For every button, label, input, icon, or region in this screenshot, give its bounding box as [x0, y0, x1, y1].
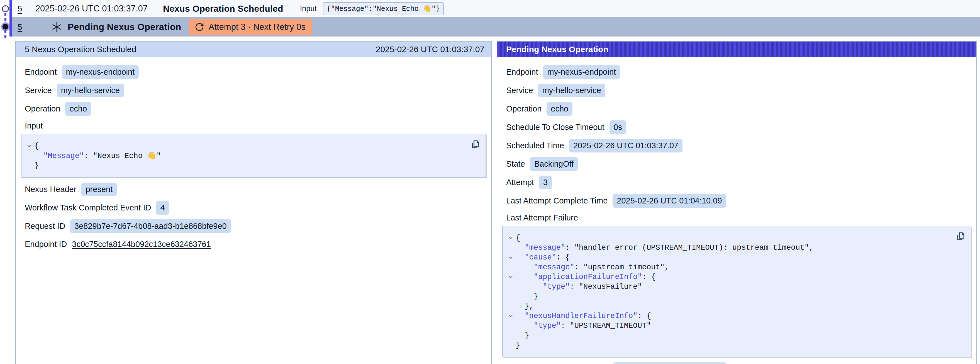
- field-value-badge: 2025-02-26 UTC 01:03:37.07: [569, 139, 682, 152]
- field-label: Endpoint: [25, 67, 57, 77]
- json-line: }: [506, 340, 954, 350]
- json-line: "message": "upstream timeout",: [506, 262, 954, 272]
- panel-header-pending: Pending Nexus Operation: [497, 42, 976, 57]
- panel-timestamp: 2025-02-26 UTC 01:03:37.07: [376, 45, 484, 54]
- panel-body: Endpoint my-nexus-endpoint Service my-he…: [16, 57, 491, 261]
- endpoint-id-link[interactable]: 3c0c75ccfa8144b092c13ce632463761: [72, 240, 211, 249]
- json-collapse-gutter: [506, 274, 515, 280]
- field-label: Service: [506, 86, 533, 95]
- retry-icon: [195, 22, 204, 32]
- field-next-attempt-schedule-time: Next Attempt Schedule Time 2025-02-26 UT…: [506, 362, 968, 364]
- panel-title: 5 Nexus Operation Scheduled: [25, 45, 136, 54]
- json-line: {: [24, 141, 469, 151]
- pending-asterisk-icon: [51, 21, 63, 33]
- input-label: Input: [300, 5, 317, 13]
- field-operation: Operation echo: [25, 102, 483, 116]
- chevron-down-icon[interactable]: [508, 254, 514, 260]
- field-endpoint: Endpoint my-nexus-endpoint: [25, 65, 483, 79]
- chevron-down-icon[interactable]: [508, 313, 514, 319]
- json-line: "Message": "Nexus Echo 👋": [24, 151, 469, 161]
- field-value-badge: my-hello-service: [538, 84, 605, 97]
- field-label: Schedule To Close Timeout: [506, 123, 605, 132]
- field-label: Scheduled Time: [506, 141, 564, 150]
- event-id-link[interactable]: 5: [18, 22, 22, 32]
- event-timestamp: 2025-02-26 UTC 01:03:37.07: [35, 4, 148, 14]
- json-code-text: }: [515, 292, 538, 301]
- input-json-viewer: { "Message": "Nexus Echo 👋"}: [21, 134, 486, 177]
- copy-icon: [956, 231, 966, 242]
- field-value-badge: 4: [156, 201, 169, 215]
- event-detail-panel-pending: Pending Nexus Operation Endpoint my-nexu…: [497, 41, 977, 364]
- chevron-down-icon[interactable]: [508, 235, 514, 241]
- json-line: "cause": {: [506, 252, 954, 262]
- event-row-nexus-operation-scheduled[interactable]: 5 2025-02-26 UTC 01:03:37.07 Nexus Opera…: [12, 0, 980, 17]
- retry-attempt-badge: Attempt 3 · Next Retry 0s: [189, 19, 312, 35]
- json-line: "type": "NexusFailure": [506, 282, 954, 292]
- field-service: Service my-hello-service: [25, 84, 483, 97]
- json-content: { "Message": "Nexus Echo 👋"}: [24, 141, 469, 170]
- json-line: "nexusHandlerFailureInfo": {: [506, 311, 954, 321]
- json-code-text: "message": "handler error (UPSTREAM_TIME…: [515, 244, 813, 252]
- retry-badge-label: Attempt 3 · Next Retry 0s: [208, 22, 305, 32]
- field-label: Last Attempt Complete Time: [506, 196, 608, 205]
- field-value-badge: 0s: [609, 120, 627, 134]
- json-line: "message": "handler error (UPSTREAM_TIME…: [506, 243, 954, 252]
- json-code-text: {: [34, 142, 39, 150]
- chevron-down-icon[interactable]: [508, 274, 514, 280]
- json-code-text: "type": "NexusFailure": [515, 283, 642, 291]
- field-scheduled-time: Scheduled Time 2025-02-26 UTC 01:03:37.0…: [506, 139, 968, 152]
- field-endpoint: Endpoint my-nexus-endpoint: [506, 65, 968, 79]
- chevron-down-icon[interactable]: [26, 143, 32, 149]
- field-label: Endpoint: [506, 67, 538, 77]
- json-code-text: "message": "upstream timeout",: [515, 263, 669, 271]
- field-value-badge: 2025-02-26 UTC 01:04:13.93: [613, 362, 727, 364]
- event-marker-filled-icon: [3, 24, 8, 30]
- failure-section-label: Last Attempt Failure: [506, 213, 968, 222]
- field-state: State BackingOff: [506, 157, 968, 171]
- json-code-text: {: [515, 234, 520, 242]
- input-section-label: Input: [25, 121, 483, 131]
- field-value-badge: 2025-02-26 UTC 01:04:10.09: [612, 194, 726, 208]
- field-workflow-task-completed-event-id: Workflow Task Completed Event ID 4: [25, 201, 483, 215]
- timeline-dashed-connector: [5, 30, 6, 40]
- field-label: Endpoint ID: [25, 240, 67, 249]
- event-id-link[interactable]: 5: [18, 4, 22, 13]
- json-line: "applicationFailureInfo": {: [506, 272, 954, 282]
- json-code-text: "Message": "Nexus Echo 👋": [34, 151, 161, 160]
- panel-title: Pending Nexus Operation: [506, 45, 608, 54]
- field-value-badge: my-hello-service: [57, 84, 124, 97]
- json-code-text: }: [515, 341, 520, 350]
- field-value-badge: my-nexus-endpoint: [62, 65, 139, 79]
- field-label: State: [506, 160, 525, 169]
- field-nexus-header: Nexus Header present: [25, 182, 483, 196]
- event-title: Nexus Operation Scheduled: [163, 4, 283, 14]
- event-detail-panel-scheduled: 5 Nexus Operation Scheduled 2025-02-26 U…: [15, 41, 492, 364]
- field-value-badge: echo: [65, 102, 91, 116]
- timeline-dashed-connector: [5, 13, 6, 23]
- json-line: }: [506, 330, 954, 340]
- event-marker-open-icon: [2, 5, 9, 12]
- json-collapse-gutter: [24, 143, 34, 149]
- panel-body: Endpoint my-nexus-endpoint Service my-he…: [497, 57, 976, 364]
- field-service: Service my-hello-service: [506, 84, 968, 97]
- field-label: Operation: [506, 104, 541, 113]
- failure-json-viewer: { "message": "handler error (UPSTREAM_TI…: [502, 226, 971, 357]
- panel-header-scheduled: 5 Nexus Operation Scheduled 2025-02-26 U…: [16, 42, 491, 57]
- field-endpoint-id: Endpoint ID 3c0c75ccfa8144b092c13ce63246…: [25, 238, 483, 251]
- json-line: {: [506, 233, 954, 243]
- copy-button[interactable]: [955, 231, 966, 243]
- copy-icon: [471, 140, 480, 150]
- json-content: { "message": "handler error (UPSTREAM_TI…: [506, 233, 954, 350]
- json-code-text: "nexusHandlerFailureInfo": {: [515, 312, 651, 320]
- json-code-text: "type": "UPSTREAM_TIMEOUT": [515, 322, 651, 330]
- event-row-pending-nexus-operation[interactable]: 5 Pending Nexus Operation Attempt 3 · Ne…: [12, 17, 980, 37]
- json-collapse-gutter: [506, 235, 515, 241]
- json-line: },: [506, 301, 954, 311]
- field-label: Service: [25, 86, 52, 95]
- field-label: Request ID: [25, 222, 65, 231]
- json-collapse-gutter: [506, 254, 515, 260]
- json-collapse-gutter: [506, 313, 515, 319]
- json-line: "type": "UPSTREAM_TIMEOUT": [506, 321, 954, 330]
- copy-button[interactable]: [470, 139, 481, 150]
- json-code-text: }: [515, 331, 529, 340]
